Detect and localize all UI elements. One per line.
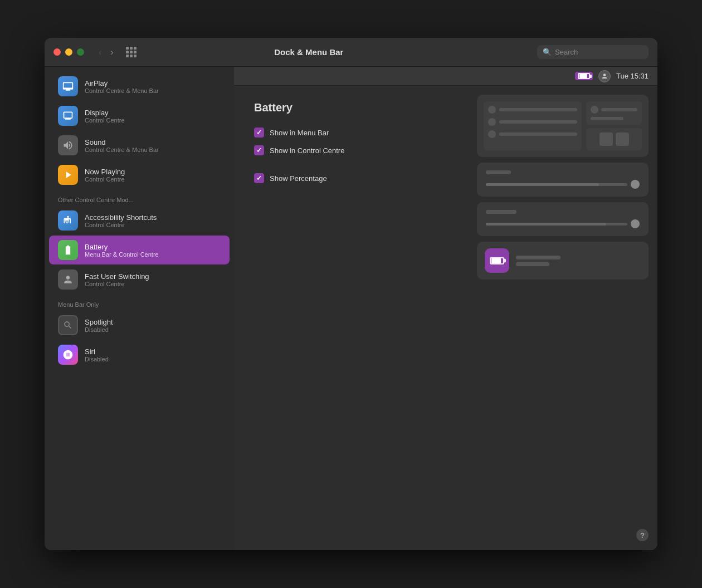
fastuser-text: Fast User Switching Control Centre (85, 272, 149, 287)
checkbox-controlcentre[interactable]: ✓ (254, 145, 264, 155)
svg-point-0 (67, 216, 69, 218)
checkbox-controlcentre-label: Show in Control Centre (270, 146, 344, 155)
nowplaying-subtitle: Control Centre (85, 176, 125, 183)
battery-sidebar-icon (58, 240, 78, 260)
spotlight-text: Spotlight Disabled (85, 318, 113, 333)
sidebar-item-siri[interactable]: Siri Disabled (49, 340, 230, 369)
sidebar: AirPlay Control Centre & Menu Bar Displa… (45, 67, 234, 550)
slider-card-1 (477, 163, 649, 197)
airplay-text: AirPlay Control Centre & Menu Bar (85, 79, 159, 94)
checkbox-menubar-label: Show in Menu Bar (270, 129, 329, 137)
slider-card-2 (477, 202, 649, 236)
accessibility-text: Accessibility Shortcuts Control Centre (85, 213, 157, 228)
search-bar[interactable]: 🔍 (537, 45, 649, 59)
display-icon (58, 106, 78, 126)
sound-name: Sound (85, 138, 159, 146)
sidebar-item-sound[interactable]: Sound Control Centre & Menu Bar (49, 131, 230, 160)
battery-name: Battery (85, 243, 159, 251)
checkbox-row-controlcentre: ✓ Show in Control Centre (254, 145, 448, 155)
maximize-button[interactable] (77, 48, 84, 56)
sidebar-item-airplay[interactable]: AirPlay Control Centre & Menu Bar (49, 72, 230, 101)
mini-line-2 (499, 120, 577, 124)
sidebar-item-nowplaying[interactable]: Now Playing Control Centre (49, 160, 230, 189)
display-name: Display (85, 109, 125, 117)
nowplaying-name: Now Playing (85, 168, 125, 176)
content-area: Battery ✓ Show in Menu Bar ✓ Show in Co (234, 86, 657, 525)
battery-square-icon (485, 248, 509, 273)
battery-text: Battery Menu Bar & Control Centre (85, 243, 159, 258)
section-title: Battery (254, 101, 448, 114)
preview-panel (468, 86, 657, 525)
check-percentage: ✓ (256, 174, 262, 182)
accessibility-subtitle: Control Centre (85, 222, 157, 228)
checkbox-percentage-label: Show Percentage (270, 174, 327, 183)
slider-fill-1 (486, 183, 599, 186)
fastuser-icon (58, 270, 78, 290)
sidebar-item-fastuser[interactable]: Fast User Switching Control Centre (49, 265, 230, 294)
mini-row-3 (488, 130, 577, 138)
siri-name: Siri (85, 347, 109, 356)
section-other-label: Other Control Centre Mod... (45, 190, 234, 205)
close-button[interactable] (53, 48, 61, 56)
spotlight-subtitle: Disabled (85, 326, 113, 333)
menubar-user-icon (598, 70, 611, 82)
fastuser-name: Fast User Switching (85, 272, 149, 281)
traffic-lights (53, 48, 84, 56)
help-button[interactable]: ? (636, 529, 649, 541)
check-menubar: ✓ (256, 129, 262, 136)
batt-line-2 (516, 262, 549, 266)
main-content: AirPlay Control Centre & Menu Bar Displa… (45, 67, 657, 550)
preview-card-top (477, 95, 649, 157)
airplay-icon (58, 76, 78, 96)
display-subtitle: Control Centre (85, 117, 125, 124)
nowplaying-text: Now Playing Control Centre (85, 168, 125, 183)
sound-text: Sound Control Centre & Menu Bar (85, 138, 159, 153)
sound-subtitle: Control Centre & Menu Bar (85, 146, 159, 153)
batt-line-1 (516, 256, 560, 259)
menubar-preview-strip: Tue 15:31 (234, 67, 657, 86)
settings-section: Battery ✓ Show in Menu Bar ✓ Show in Co (234, 86, 468, 525)
slider-fill-2 (486, 223, 606, 226)
system-preferences-window: ‹ › Dock & Menu Bar 🔍 (45, 38, 657, 550)
window-title: Dock & Menu Bar (87, 47, 530, 57)
battery-subtitle: Menu Bar & Control Centre (85, 251, 159, 258)
mini-line-1 (499, 108, 577, 111)
accessibility-icon (58, 210, 78, 231)
slider-knob-2[interactable] (631, 219, 640, 228)
back-button[interactable]: ‹ (95, 46, 105, 58)
accessibility-name: Accessibility Shortcuts (85, 213, 157, 222)
battery-text-lines (516, 256, 560, 266)
checkbox-row-menubar: ✓ Show in Menu Bar (254, 128, 448, 138)
search-input[interactable] (555, 48, 643, 56)
sidebar-item-accessibility[interactable]: Accessibility Shortcuts Control Centre (49, 206, 230, 235)
nowplaying-icon (58, 165, 78, 185)
siri-icon (58, 345, 78, 365)
mini-line-3 (499, 133, 577, 136)
checkbox-menubar[interactable]: ✓ (254, 128, 264, 138)
checkbox-row-percentage: ✓ Show Percentage (254, 173, 448, 183)
slider-bar-2 (486, 223, 627, 226)
battery-fill-mini (579, 74, 587, 78)
battery-icon-mini (578, 73, 590, 79)
sidebar-item-battery[interactable]: Battery Menu Bar & Control Centre (49, 236, 230, 264)
right-panel: Tue 15:31 Battery ✓ Show in Menu Bar (234, 67, 657, 550)
titlebar: ‹ › Dock & Menu Bar 🔍 (45, 38, 657, 67)
search-icon: 🔍 (543, 48, 552, 56)
siri-text: Siri Disabled (85, 347, 109, 362)
mini-row-2 (488, 118, 577, 126)
battery-preview-card (477, 242, 649, 280)
checkbox-percentage[interactable]: ✓ (254, 173, 264, 183)
spotlight-icon (58, 315, 78, 335)
minimize-button[interactable] (65, 48, 72, 56)
slider-bar-1 (486, 183, 627, 186)
siri-subtitle: Disabled (85, 356, 109, 362)
sidebar-item-display[interactable]: Display Control Centre (49, 101, 230, 130)
mini-circle-3 (488, 130, 496, 138)
airplay-subtitle: Control Centre & Menu Bar (85, 87, 159, 94)
airplay-name: AirPlay (85, 79, 159, 87)
sidebar-item-spotlight[interactable]: Spotlight Disabled (49, 311, 230, 340)
spotlight-name: Spotlight (85, 318, 113, 326)
slider-knob-1[interactable] (631, 180, 640, 189)
display-text: Display Control Centre (85, 109, 125, 124)
battery-icon-large (490, 257, 504, 264)
